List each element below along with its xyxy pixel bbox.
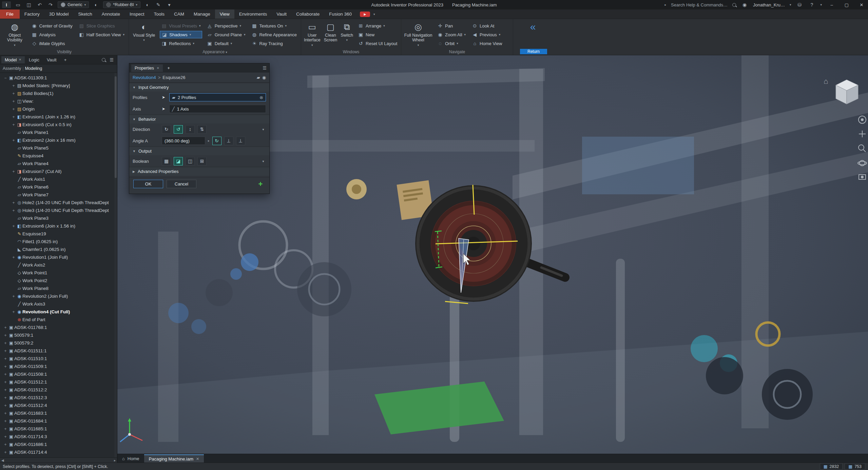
- expand-toggle[interactable]: +: [3, 434, 8, 439]
- tree-item[interactable]: +▣ADSK-011512:3: [0, 394, 117, 402]
- new-document-icon[interactable]: ▭: [14, 1, 22, 8]
- expand-toggle[interactable]: +: [11, 208, 16, 213]
- ribbon-tab-manage[interactable]: Manage: [189, 9, 215, 19]
- tree-item[interactable]: +◧Extrusion1 (Join x 1.26 in): [0, 113, 117, 121]
- cancel-button[interactable]: Cancel: [167, 180, 196, 188]
- ribbon-tab-environments[interactable]: Environments: [234, 9, 272, 19]
- tree-item[interactable]: ⊗End of Part: [0, 316, 117, 324]
- tree-item[interactable]: +▣ADSK-011509:1: [0, 363, 117, 370]
- tree-item[interactable]: +◎Hole2 (1/4-20 UNC Full Depth ThreadDep…: [0, 199, 117, 207]
- expand-toggle[interactable]: +: [3, 325, 8, 330]
- expand-toggle[interactable]: +: [3, 427, 8, 431]
- tree-item[interactable]: +◧Extrusion6 (Join x 1.56 in): [0, 222, 117, 230]
- tree-item[interactable]: +▨Solid Bodies(1): [0, 90, 117, 97]
- angle-dropdown-icon[interactable]: ▸: [208, 139, 210, 142]
- breadcrumb-feature-link[interactable]: Revolution4: [133, 75, 156, 80]
- tree-item[interactable]: +▣ADSK-011508:1: [0, 370, 117, 378]
- tree-item[interactable]: +▣ADSK-011512:2: [0, 386, 117, 394]
- expand-toggle[interactable]: +: [3, 403, 8, 408]
- help-caret-icon[interactable]: ▾: [820, 3, 822, 6]
- window-close-button[interactable]: ✕: [856, 1, 867, 9]
- expand-toggle[interactable]: +: [11, 91, 16, 96]
- angle-input[interactable]: (360.00 deg): [162, 137, 205, 145]
- expand-toggle[interactable]: +: [3, 411, 8, 416]
- textures-on-button[interactable]: ▩ Textures On ▾: [250, 22, 298, 30]
- ribbon-tab-annotate[interactable]: Annotate: [97, 9, 125, 19]
- expand-toggle[interactable]: +: [3, 364, 8, 369]
- reset-ui-layout-button[interactable]: ↺ Reset UI Layout: [356, 40, 399, 47]
- expand-toggle[interactable]: +: [11, 107, 16, 112]
- tree-item[interactable]: ▱Work Plane8: [0, 285, 117, 292]
- properties-tab[interactable]: Properties ✕: [131, 64, 163, 72]
- tree-item[interactable]: ╱Work Axis1: [0, 175, 117, 183]
- ribbon-tab-sketch[interactable]: Sketch: [74, 9, 97, 19]
- doc-tab-home[interactable]: ⌂ Home: [117, 454, 144, 463]
- tree-item[interactable]: +▣ADSK-011686:1: [0, 440, 117, 448]
- material-dropdown[interactable]: Generic ▾: [58, 1, 89, 8]
- sketch-visibility-eye-icon[interactable]: ◉: [262, 75, 266, 80]
- tree-item[interactable]: +▣ADSK-011714:4: [0, 448, 117, 456]
- measure-icon[interactable]: ✎: [155, 1, 162, 8]
- tree-item[interactable]: ◇Work Point1: [0, 269, 117, 277]
- user-interface-button[interactable]: ▭ User Interface ▾: [304, 21, 321, 49]
- section-input-geometry[interactable]: ▼ Input Geometry: [129, 83, 269, 92]
- tree-item[interactable]: +▣ADSK-011512:4: [0, 402, 117, 409]
- tree-item[interactable]: +◫View:: [0, 97, 117, 105]
- group-label-return[interactable]: Return: [513, 49, 554, 54]
- switch-windows-button[interactable]: ⧉ Switch ▾: [341, 21, 353, 49]
- direction-default-button[interactable]: ↻: [162, 125, 171, 134]
- subtab-assembly[interactable]: Assembly: [3, 66, 21, 71]
- direction-asymmetric-button[interactable]: ⇅: [197, 125, 207, 134]
- boolean-dropdown-icon[interactable]: ▾: [261, 159, 266, 163]
- expand-toggle[interactable]: +: [11, 99, 16, 104]
- ribbon-tab-collaborate[interactable]: Collaborate: [291, 9, 324, 19]
- tree-item[interactable]: ▱Work Plane1: [0, 129, 117, 136]
- boolean-intersect-button[interactable]: ◫: [186, 157, 195, 165]
- ribbon-tab-3d-model[interactable]: 3D Model: [44, 9, 74, 19]
- expand-toggle[interactable]: +: [3, 395, 8, 400]
- subtab-modeling[interactable]: Modeling: [25, 66, 42, 71]
- ribbon-tab-view[interactable]: View: [215, 9, 234, 19]
- tree-item[interactable]: ▱Work Plane7: [0, 191, 117, 199]
- imate-glyphs-button[interactable]: ◇ iMate Glyphs: [30, 40, 74, 47]
- video-tutorials-icon[interactable]: ▶: [360, 12, 370, 17]
- section-advanced-properties[interactable]: ▶ Advanced Properties: [129, 167, 269, 176]
- save-icon[interactable]: ◫: [25, 1, 33, 8]
- tree-item[interactable]: ◣Chamfer1 (0.0625 in): [0, 246, 117, 253]
- tree-item[interactable]: ✎Esquisse4: [0, 152, 117, 160]
- tree-item[interactable]: ╱Work Axis2: [0, 261, 117, 269]
- section-behavior[interactable]: ▼ Behavior: [129, 115, 269, 123]
- expand-toggle[interactable]: +: [3, 380, 8, 385]
- tree-horizontal-scrollbar[interactable]: ◀▸: [0, 457, 117, 463]
- help-icon[interactable]: ?: [808, 1, 815, 8]
- appearance-dropdown[interactable]: *Rubber-Bl ▾: [103, 1, 140, 8]
- refine-appearance-button[interactable]: ◍ Refine Appearance: [250, 31, 298, 38]
- properties-tab-close-icon[interactable]: ✕: [157, 66, 159, 70]
- expand-toggle[interactable]: +: [3, 372, 8, 377]
- properties-add-tab-button[interactable]: +: [164, 64, 173, 72]
- browser-tab-model[interactable]: Model ✕: [1, 56, 25, 63]
- breadcrumb-sketch[interactable]: Esquisse26: [162, 75, 185, 80]
- axis-input[interactable]: ╱ 1 Axis: [169, 105, 266, 113]
- expand-toggle[interactable]: +: [3, 419, 8, 424]
- tree-item[interactable]: +◉Revolution2 (Join Full): [0, 292, 117, 300]
- window-maximize-button[interactable]: ▢: [842, 1, 852, 9]
- tree-item[interactable]: ◠Fillet1 (0.0625 in): [0, 238, 117, 246]
- expand-toggle[interactable]: +: [3, 356, 8, 361]
- ray-tracing-button[interactable]: ☀ Ray Tracing: [250, 40, 298, 47]
- sketch-share-icon[interactable]: ▰: [257, 75, 260, 80]
- look-at-button[interactable]: ⊙ Look At: [470, 22, 503, 30]
- store-cart-icon[interactable]: ⛁: [796, 1, 803, 8]
- ok-button[interactable]: OK: [133, 180, 163, 188]
- expand-toggle[interactable]: +: [11, 255, 16, 260]
- direction-dropdown-icon[interactable]: ▾: [261, 128, 266, 131]
- half-section-view-button[interactable]: ◧ Half Section View ▾: [77, 31, 126, 38]
- viewcube-home-icon[interactable]: ⌂: [824, 77, 828, 85]
- user-caret-icon[interactable]: ▾: [790, 3, 791, 6]
- angle-perpendicular-button[interactable]: ⊥: [224, 137, 233, 145]
- expand-toggle[interactable]: +: [11, 200, 16, 205]
- expand-toggle[interactable]: +: [11, 224, 16, 229]
- tree-item[interactable]: +▣ADSK-011512:1: [0, 378, 117, 386]
- expand-toggle[interactable]: +: [3, 341, 8, 346]
- clear-selection-icon[interactable]: ⊗: [259, 95, 263, 100]
